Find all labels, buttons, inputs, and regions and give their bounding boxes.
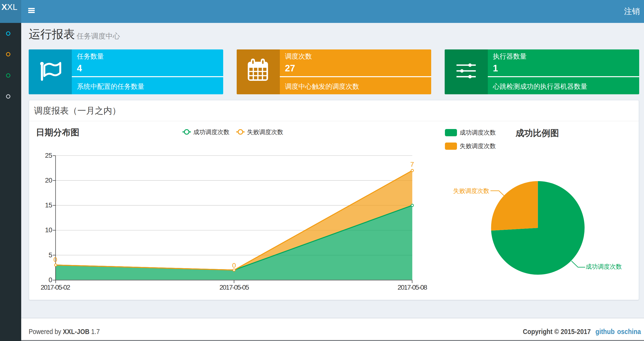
svg-text:成功调度次数: 成功调度次数 <box>193 129 230 135</box>
svg-text:5: 5 <box>48 251 52 259</box>
svg-text:25: 25 <box>45 152 52 159</box>
svg-text:成功调度次数: 成功调度次数 <box>460 129 496 136</box>
svg-text:2017-05-08: 2017-05-08 <box>398 284 427 291</box>
svg-text:0: 0 <box>232 262 236 269</box>
svg-text:成功比例图: 成功比例图 <box>515 128 559 138</box>
svg-text:成功调度次数: 成功调度次数 <box>586 263 622 270</box>
svg-text:10: 10 <box>45 226 52 234</box>
svg-text:15: 15 <box>45 201 52 209</box>
svg-text:0: 0 <box>54 256 57 263</box>
svg-text:2017-05-02: 2017-05-02 <box>40 284 70 291</box>
svg-text:7: 7 <box>410 161 414 168</box>
svg-text:2017-05-05: 2017-05-05 <box>219 284 249 291</box>
svg-text:日期分布图: 日期分布图 <box>36 127 79 137</box>
svg-text:0: 0 <box>48 276 52 284</box>
svg-text:20: 20 <box>45 177 52 184</box>
svg-text:失败调度次数: 失败调度次数 <box>460 143 496 149</box>
svg-text:失败调度次数: 失败调度次数 <box>247 129 283 135</box>
svg-text:失败调度次数: 失败调度次数 <box>453 187 489 194</box>
